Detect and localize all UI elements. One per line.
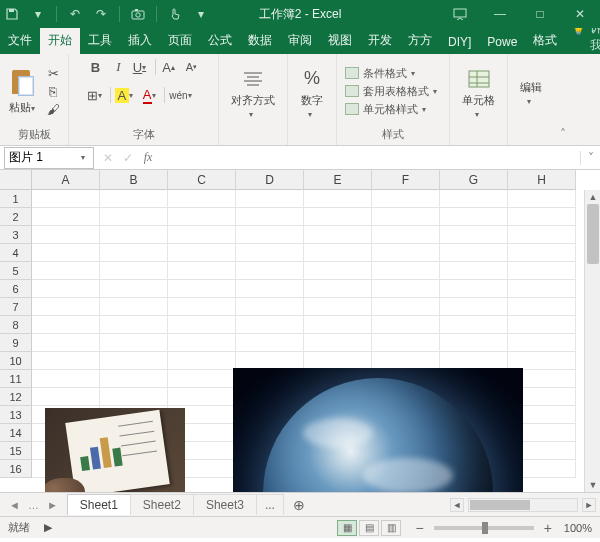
cell[interactable] [100, 334, 168, 352]
collapse-ribbon-icon[interactable]: ˄ [554, 54, 572, 145]
ribbon-options-icon[interactable] [440, 0, 480, 28]
cell[interactable] [304, 244, 372, 262]
bold-button[interactable]: B [86, 57, 106, 77]
expand-formula-bar-icon[interactable]: ˅ [580, 151, 600, 165]
number-format-button[interactable]: % 数字 ▾ [294, 65, 330, 121]
cell[interactable] [168, 388, 236, 406]
scroll-up-icon[interactable]: ▲ [585, 190, 600, 204]
cell[interactable] [304, 298, 372, 316]
vertical-scroll-thumb[interactable] [587, 204, 599, 264]
cell[interactable] [440, 208, 508, 226]
border-button[interactable]: ⊞▾ [86, 85, 107, 105]
cell[interactable] [100, 208, 168, 226]
cell[interactable] [32, 352, 100, 370]
name-box[interactable]: 图片 1▾ [4, 147, 94, 169]
column-header[interactable]: D [236, 170, 304, 190]
cell[interactable] [508, 226, 576, 244]
tab-home[interactable]: 开始 [40, 27, 80, 54]
cell[interactable] [236, 334, 304, 352]
column-header[interactable]: C [168, 170, 236, 190]
row-header[interactable]: 4 [0, 244, 32, 262]
cell[interactable] [440, 190, 508, 208]
cell[interactable] [304, 262, 372, 280]
tab-data[interactable]: 数据 [240, 27, 280, 54]
column-header[interactable]: A [32, 170, 100, 190]
zoom-slider[interactable] [434, 526, 534, 530]
format-painter-icon[interactable]: 🖌 [44, 101, 62, 117]
cell[interactable] [236, 208, 304, 226]
record-macro-icon[interactable]: ▶ [44, 521, 52, 534]
view-pagelayout-icon[interactable]: ▤ [359, 520, 379, 536]
cell[interactable] [236, 190, 304, 208]
cell[interactable] [508, 262, 576, 280]
sheet-first-icon[interactable]: ◄ [6, 499, 23, 511]
tab-insert[interactable]: 插入 [120, 27, 160, 54]
cell[interactable] [100, 352, 168, 370]
sheet-tab-more[interactable]: ... [256, 494, 284, 515]
cell[interactable] [168, 208, 236, 226]
redo-icon[interactable]: ↷ [93, 6, 109, 22]
cell[interactable] [236, 280, 304, 298]
phonetic-button[interactable]: wén▾ [168, 85, 196, 105]
cell[interactable] [100, 190, 168, 208]
cell[interactable] [508, 244, 576, 262]
cell[interactable] [100, 298, 168, 316]
cell[interactable] [236, 316, 304, 334]
cell[interactable] [440, 298, 508, 316]
hscroll-right-icon[interactable]: ► [582, 498, 596, 512]
cell[interactable] [372, 316, 440, 334]
zoom-out-icon[interactable]: − [411, 520, 427, 536]
fx-button[interactable]: fx [138, 150, 158, 165]
cell[interactable] [168, 262, 236, 280]
editing-button[interactable]: 编辑 ▾ [514, 78, 548, 108]
add-sheet-icon[interactable]: ⊕ [289, 497, 309, 513]
cell[interactable] [440, 226, 508, 244]
cell[interactable] [32, 244, 100, 262]
row-header[interactable]: 10 [0, 352, 32, 370]
cell[interactable] [168, 280, 236, 298]
row-header[interactable]: 13 [0, 406, 32, 424]
cell[interactable] [168, 298, 236, 316]
cell[interactable] [508, 280, 576, 298]
cell[interactable] [168, 244, 236, 262]
tab-view[interactable]: 视图 [320, 27, 360, 54]
cell[interactable] [32, 298, 100, 316]
cell[interactable] [372, 226, 440, 244]
tab-fangfang[interactable]: 方方 [400, 27, 440, 54]
tab-file[interactable]: 文件 [0, 27, 40, 54]
camera-icon[interactable] [130, 6, 146, 22]
cell[interactable] [304, 334, 372, 352]
cell[interactable] [440, 316, 508, 334]
qat-customize-icon[interactable]: ▾ [193, 6, 209, 22]
sheet-tab-2[interactable]: Sheet2 [130, 494, 194, 515]
tab-pagelayout[interactable]: 页面 [160, 27, 200, 54]
cell[interactable] [372, 334, 440, 352]
fill-color-button[interactable]: A▾ [114, 85, 139, 105]
cell[interactable] [372, 298, 440, 316]
cell[interactable] [32, 226, 100, 244]
worksheet-grid[interactable]: ABCDEFGH 12345678910111213141516 ▲ ▼ [0, 170, 600, 492]
sheet-prev-icon[interactable]: … [25, 499, 42, 511]
paste-button[interactable]: 粘贴▾ [6, 66, 38, 117]
copy-icon[interactable]: ⎘ [44, 83, 62, 99]
underline-button[interactable]: U▾ [132, 57, 152, 77]
cell[interactable] [236, 226, 304, 244]
cell[interactable] [508, 190, 576, 208]
cell[interactable] [100, 244, 168, 262]
row-header[interactable]: 11 [0, 370, 32, 388]
cell[interactable] [508, 298, 576, 316]
cell[interactable] [372, 208, 440, 226]
tab-developer[interactable]: 开发 [360, 27, 400, 54]
cancel-formula-icon[interactable]: ✕ [98, 151, 118, 165]
touch-mode-icon[interactable] [167, 6, 183, 22]
formula-bar[interactable] [158, 147, 580, 169]
cell[interactable] [508, 208, 576, 226]
dropdown-icon[interactable]: ▾ [30, 6, 46, 22]
save-icon[interactable] [4, 6, 20, 22]
shrink-font-button[interactable]: A▾ [182, 57, 202, 77]
tab-review[interactable]: 审阅 [280, 27, 320, 54]
view-pagebreak-icon[interactable]: ▥ [381, 520, 401, 536]
cell[interactable] [236, 298, 304, 316]
cell[interactable] [100, 226, 168, 244]
cell[interactable] [32, 370, 100, 388]
